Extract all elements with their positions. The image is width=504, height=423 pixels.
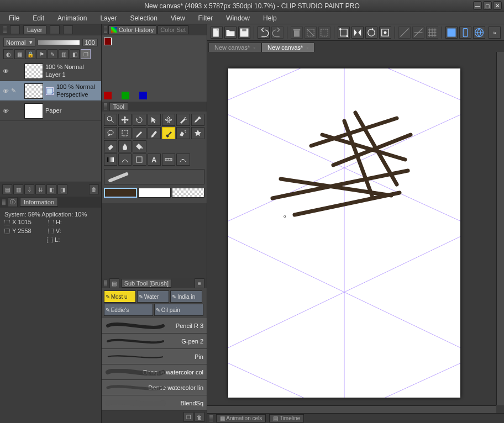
brush-item[interactable]: Opaque watercolor col <box>102 364 207 380</box>
grip-icon[interactable] <box>3 27 7 33</box>
close-button[interactable]: ✕ <box>493 1 502 10</box>
lock-icon[interactable]: 🔒 <box>25 49 35 59</box>
open-file-icon[interactable] <box>224 27 237 39</box>
frame-tool-icon[interactable] <box>133 154 146 166</box>
rotate-canvas-icon[interactable] <box>365 27 377 39</box>
layer-row[interactable]: 👁 Paper <box>0 101 101 121</box>
grip-icon[interactable] <box>2 199 6 205</box>
wand-tool-icon[interactable] <box>176 114 190 126</box>
brush-tool-icon[interactable] <box>162 127 175 139</box>
show-all-icon[interactable]: ❐ <box>81 49 91 59</box>
layer-color-icon[interactable]: ▥ <box>59 49 69 59</box>
subtool-tab[interactable]: Sub Tool [Brush] <box>122 279 172 288</box>
menu-file[interactable]: File <box>3 13 25 23</box>
mask-add-icon[interactable]: ◧ <box>46 184 56 194</box>
scale-icon[interactable] <box>338 27 350 39</box>
grid-snap-icon[interactable] <box>426 27 438 39</box>
background-swatch[interactable] <box>138 188 171 198</box>
visibility-icon[interactable]: 👁 <box>0 88 11 94</box>
deselect-icon[interactable] <box>318 27 330 39</box>
animation-cels-tab[interactable]: ▦ Animation cels <box>216 414 266 422</box>
apply-mask-icon[interactable]: ◨ <box>57 184 67 194</box>
correct-line-tool-icon[interactable] <box>176 154 190 166</box>
delete-icon[interactable] <box>291 27 303 39</box>
smartphone-link-icon[interactable] <box>459 27 471 39</box>
menu-edit[interactable]: Edit <box>27 13 50 23</box>
lock-trans-icon[interactable]: ▦ <box>14 49 24 59</box>
color-history-tab[interactable]: Color History <box>108 25 157 34</box>
special-ruler-icon[interactable] <box>412 27 424 39</box>
menu-selection[interactable]: Selection <box>124 13 162 23</box>
file-tab[interactable]: New canvas*◦ <box>208 43 261 52</box>
delete-layer-icon[interactable]: 🗑 <box>89 184 99 194</box>
csp-assets-icon[interactable] <box>445 27 458 39</box>
figure-tool-icon[interactable] <box>118 154 132 166</box>
grip-icon[interactable] <box>209 415 213 422</box>
grip-icon[interactable] <box>104 280 107 287</box>
rotate-tool-icon[interactable] <box>133 114 146 126</box>
blend-mode-select[interactable]: Normal▾ <box>3 38 35 47</box>
visibility-icon[interactable]: 👁 <box>0 108 11 114</box>
vertical-scrollbar[interactable] <box>496 52 504 405</box>
eraser-tool-icon[interactable] <box>104 140 117 152</box>
eyedropper-tool-icon[interactable] <box>191 114 204 126</box>
new-layer-icon[interactable]: ▤ <box>2 184 12 194</box>
grip-icon[interactable] <box>104 103 107 110</box>
mask-icon[interactable]: ◧ <box>70 49 80 59</box>
menu-animation[interactable]: Animation <box>52 13 92 23</box>
flip-h-icon[interactable] <box>351 27 364 39</box>
subtool-group[interactable]: ✎Water <box>137 290 169 303</box>
operation-tool-icon[interactable] <box>148 114 161 126</box>
brush-item[interactable]: BlendSq <box>102 395 207 411</box>
layer-row[interactable]: 👁 100 % Normal Layer 1 <box>0 61 101 81</box>
reference-icon[interactable]: ⚑ <box>36 49 46 59</box>
snap-icon[interactable] <box>379 27 391 39</box>
horizontal-scrollbar[interactable] <box>207 405 496 413</box>
menu-layer[interactable]: Layer <box>95 13 122 23</box>
new-file-icon[interactable] <box>211 27 223 39</box>
tool-tab[interactable]: Tool <box>109 102 128 111</box>
menu-filter[interactable]: Filter <box>193 13 219 23</box>
subtool-icon[interactable]: ▤ <box>109 278 119 288</box>
opacity-slider[interactable] <box>38 40 80 45</box>
new-folder-icon[interactable]: ▥ <box>13 184 23 194</box>
clip-mask-icon[interactable]: ◐ <box>3 49 13 59</box>
movelayer-tool-icon[interactable] <box>162 114 175 126</box>
timeline-tab[interactable]: ▤ Timeline <box>269 414 304 422</box>
transfer-down-icon[interactable]: ⇩ <box>24 184 34 194</box>
subtool-group[interactable]: ✎Eddie's <box>104 304 153 316</box>
menu-view[interactable]: View <box>165 13 191 23</box>
layer-palette-icon[interactable] <box>10 25 20 34</box>
merge-icon[interactable]: ⇊ <box>35 184 45 194</box>
subtool-menu-icon[interactable]: ≡ <box>195 278 204 288</box>
undo-icon[interactable] <box>258 27 270 39</box>
canvas[interactable]: o <box>228 68 460 398</box>
brush-item[interactable]: G-pen 2 <box>102 334 207 349</box>
menu-help[interactable]: Help <box>258 13 282 23</box>
save-file-icon[interactable] <box>238 27 250 39</box>
subtool-group[interactable]: ✎Oil pain <box>154 304 203 316</box>
ruler-tool-icon[interactable] <box>162 154 175 166</box>
fill-tool-icon[interactable] <box>133 140 146 152</box>
pen-tool-icon[interactable] <box>133 127 146 139</box>
marquee-tool-icon[interactable] <box>118 127 132 139</box>
decoration-tool-icon[interactable] <box>191 127 204 139</box>
color-history-swatch[interactable] <box>104 38 112 45</box>
brush-item[interactable]: Pencil R 3 <box>102 318 207 334</box>
opacity-value[interactable]: 100 <box>82 39 98 46</box>
grip-icon[interactable] <box>104 27 107 33</box>
subtool-copy-icon[interactable]: ❐ <box>183 412 193 422</box>
redo-icon[interactable] <box>271 27 284 39</box>
move-tool-icon[interactable] <box>118 114 132 126</box>
subtool-group[interactable]: ✎India in <box>170 290 202 303</box>
file-tab[interactable]: New canvas*◦ <box>261 43 314 52</box>
pencil-tool-icon[interactable] <box>148 127 161 139</box>
layer-search-icon[interactable] <box>63 25 73 34</box>
fill-erase-icon[interactable] <box>305 27 317 39</box>
layer-tab[interactable]: Layer <box>23 25 46 34</box>
lasso-tool-icon[interactable] <box>104 127 117 139</box>
blend-tool-icon[interactable] <box>118 140 132 152</box>
more-icon[interactable]: » <box>489 27 501 39</box>
ruler-snap-icon[interactable] <box>398 27 411 39</box>
canvas-viewport[interactable]: o <box>207 52 504 413</box>
